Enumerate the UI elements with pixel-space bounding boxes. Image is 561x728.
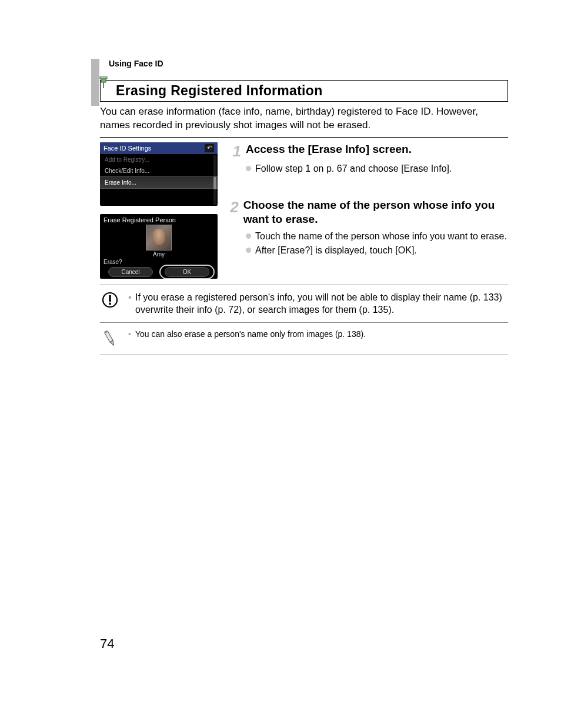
running-head: Using Face ID	[109, 59, 508, 68]
ok-button-label: OK	[183, 269, 191, 275]
person-name: Amy	[103, 251, 214, 258]
tip-note: You can also erase a person's name only …	[100, 329, 508, 349]
scrollbar[interactable]	[213, 155, 216, 205]
step-2-bullets: Touch the name of the person whose info …	[246, 230, 508, 256]
face-thumbnail[interactable]	[146, 225, 172, 251]
screenshot-face-id-settings: Face ID Settings Add to Registry... Chec…	[100, 142, 218, 206]
bullet: Touch the name of the person whose info …	[246, 230, 508, 243]
menu-item-erase-info[interactable]: Erase Info...	[100, 176, 218, 189]
lcd-titlebar: Face ID Settings	[100, 142, 218, 154]
screenshot-erase-person: Erase Registered Person Amy Erase? Cance…	[100, 214, 218, 279]
pencil-icon	[100, 329, 120, 349]
screenshot-column: Face ID Settings Add to Registry... Chec…	[100, 142, 218, 279]
back-icon[interactable]	[205, 144, 214, 152]
bullet: Follow step 1 on p. 67 and choose [Erase…	[246, 162, 508, 175]
step-title: Access the [Erase Info] screen.	[246, 142, 412, 159]
divider	[100, 285, 508, 285]
menu-item-add[interactable]: Add to Registry...	[100, 154, 218, 165]
bullet: After [Erase?] is displayed, touch [OK].	[246, 244, 508, 257]
dialog-buttons: Cancel OK	[103, 267, 214, 277]
content-row: Face ID Settings Add to Registry... Chec…	[100, 142, 508, 279]
step-1: 1 Access the [Erase Info] screen.	[228, 142, 508, 159]
divider	[100, 137, 508, 138]
svg-rect-3	[109, 295, 111, 302]
instruction-column: 1 Access the [Erase Info] screen. Follow…	[228, 142, 508, 279]
cancel-button[interactable]: Cancel	[108, 267, 153, 277]
page-number: 74	[100, 636, 114, 652]
section-title: Erasing Registered Information	[100, 80, 508, 102]
divider	[100, 355, 508, 355]
menu-item-check-edit[interactable]: Check/Edit Info...	[100, 165, 218, 176]
svg-point-4	[109, 302, 111, 305]
ok-button[interactable]: OK	[165, 267, 209, 277]
divider	[100, 322, 508, 323]
intro-paragraph: You can erase information (face info, na…	[100, 105, 508, 132]
step-title: Choose the name of the person whose info…	[243, 198, 508, 226]
lcd-title-text: Face ID Settings	[103, 145, 151, 152]
tip-text: You can also erase a person's name only …	[128, 329, 366, 340]
lcd2-title: Erase Registered Person	[103, 216, 214, 223]
erase-prompt: Erase?	[103, 259, 214, 265]
svg-rect-1	[100, 76, 107, 79]
pushpin-icon	[99, 76, 111, 89]
caution-icon	[100, 291, 120, 309]
step-number: 2	[228, 199, 239, 226]
side-tab	[91, 59, 99, 106]
manual-page: Using Face ID Erasing Registered Informa…	[0, 0, 561, 728]
step-2: 2 Choose the name of the person whose in…	[228, 198, 508, 226]
caution-note: If you erase a registered person's info,…	[100, 291, 508, 316]
step-1-bullets: Follow step 1 on p. 67 and choose [Erase…	[246, 162, 508, 175]
caution-text: If you erase a registered person's info,…	[128, 291, 508, 316]
section-title-wrap: Erasing Registered Information	[100, 80, 508, 102]
step-number: 1	[228, 143, 241, 159]
